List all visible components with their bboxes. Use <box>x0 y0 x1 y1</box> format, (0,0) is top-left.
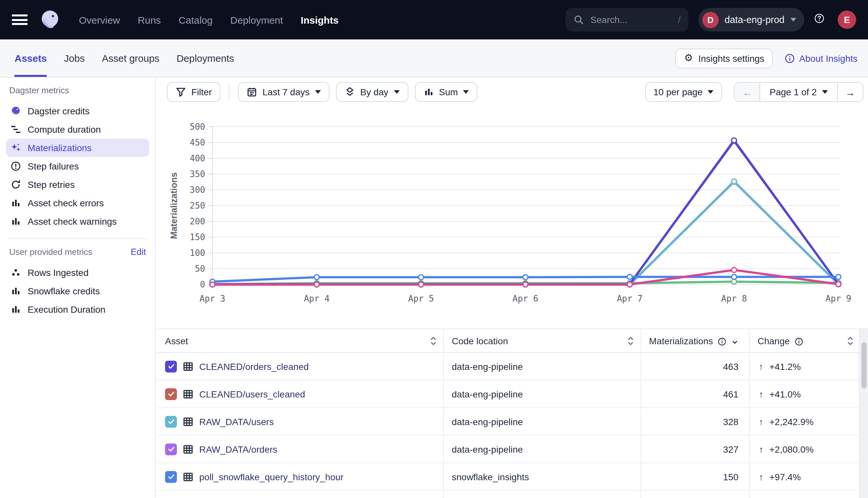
tab-deployments[interactable]: Deployments <box>177 39 234 77</box>
assets-table: AssetCode locationMaterializationsChange… <box>157 328 868 498</box>
asset-link[interactable]: CLEANED/users_cleaned <box>199 389 305 399</box>
tab-assets[interactable]: Assets <box>14 39 47 77</box>
code-location-cell: data-eng-pipeline <box>444 353 641 380</box>
nav-link-runs[interactable]: Runs <box>138 14 161 25</box>
table-header: AssetCode locationMaterializationsChange <box>157 329 868 353</box>
column-header-materializations[interactable]: Materializations <box>641 329 750 352</box>
svg-text:400: 400 <box>190 154 205 163</box>
dagster-logo[interactable] <box>38 8 62 31</box>
info-icon <box>785 53 795 63</box>
column-header-label: Change <box>757 336 790 346</box>
sidebar-item-materializations[interactable]: Materializations <box>6 139 149 157</box>
insights-settings-button[interactable]: ⚙ Insights settings <box>676 48 773 68</box>
sidebar-item-compute-duration[interactable]: Compute duration <box>6 120 149 139</box>
svg-text:50: 50 <box>195 264 205 274</box>
help-icon[interactable] <box>814 13 828 27</box>
page-indicator-button[interactable]: Page 1 of 2 <box>760 83 838 101</box>
filter-button[interactable]: Filter <box>167 82 220 102</box>
asset-link[interactable]: RAW_DATA/users <box>199 416 274 427</box>
table-body: CLEANED/orders_cleaneddata-eng-pipeline4… <box>157 353 868 498</box>
asset-link[interactable]: CLEANED/orders_cleaned <box>199 361 309 371</box>
asset-cell: poll_snowflake_query_history_hour <box>157 463 444 490</box>
date-range-label: Last 7 days <box>263 87 309 97</box>
about-insights-link[interactable]: About Insights <box>785 53 857 63</box>
search-shortcut-hint: / <box>678 14 680 25</box>
sort-icon[interactable] <box>627 336 634 345</box>
sidebar-item-asset-check-warnings[interactable]: Asset check warnings <box>6 212 149 231</box>
svg-text:450: 450 <box>190 137 205 147</box>
search-icon <box>573 14 584 25</box>
sidebar-item-asset-check-errors[interactable]: Asset check errors <box>6 194 149 212</box>
info-icon <box>718 336 727 345</box>
sidebar-item-label: Materializations <box>28 143 92 153</box>
nav-link-overview[interactable]: Overview <box>79 14 120 25</box>
sidebar-item-snowflake-credits[interactable]: Snowflake credits <box>6 282 149 300</box>
svg-text:Apr 9: Apr 9 <box>826 294 851 303</box>
asset-cell: CLEANED/orders_cleaned <box>157 353 444 380</box>
sort-icon[interactable] <box>430 336 437 345</box>
table-scrollbar-thumb[interactable] <box>861 342 866 388</box>
column-header-code-location[interactable]: Code location <box>444 329 641 352</box>
nav-link-deployment[interactable]: Deployment <box>230 14 283 25</box>
caret-down-icon <box>463 90 469 94</box>
step-failures-icon <box>11 161 21 171</box>
sidebar-item-dagster-credits[interactable]: Dagster credits <box>6 102 149 120</box>
change-value: +2,242.9% <box>769 416 814 427</box>
svg-text:150: 150 <box>190 232 205 242</box>
series-checkbox[interactable] <box>165 388 177 400</box>
sidebar-item-step-retries[interactable]: Step retries <box>6 175 149 194</box>
series-checkbox[interactable] <box>165 471 177 483</box>
insights-tab-bar: AssetsJobsAsset groupsDeployments ⚙ Insi… <box>0 39 868 78</box>
main-panel: Filter Last 7 days By day <box>156 78 868 498</box>
sidebar-item-execution-duration[interactable]: Execution Duration <box>6 300 149 319</box>
next-page-button[interactable]: → <box>838 83 863 101</box>
sidebar-item-rows-ingested[interactable]: Rows Ingested <box>6 263 149 282</box>
sidebar-item-step-failures[interactable]: Step failures <box>6 157 149 175</box>
asset-link[interactable]: poll_snowflake_query_history_hour <box>199 471 344 482</box>
column-header-change[interactable]: Change <box>750 329 868 352</box>
materializations-cell: 463 <box>641 353 750 380</box>
chevron-down-icon[interactable] <box>731 337 739 344</box>
series-checkbox[interactable] <box>165 416 177 428</box>
insights-settings-label: Insights settings <box>698 53 764 63</box>
nav-link-insights[interactable]: Insights <box>301 14 339 25</box>
global-search[interactable]: / <box>565 8 689 31</box>
change-value: +41.2% <box>769 361 801 371</box>
per-page-label: 10 per page <box>653 87 702 97</box>
materializations-cell: 328 <box>641 408 750 435</box>
change-cell: ↑+1,150.0% <box>750 491 868 498</box>
group-by-button[interactable]: By day <box>336 82 408 102</box>
svg-text:Apr 4: Apr 4 <box>304 294 330 303</box>
series-checkbox[interactable] <box>165 443 177 455</box>
deployment-switcher[interactable]: D data-eng-prod <box>698 8 804 31</box>
chevron-down-icon <box>790 18 796 22</box>
per-page-button[interactable]: 10 per page <box>645 82 722 102</box>
nav-link-catalog[interactable]: Catalog <box>179 14 213 25</box>
asset-table-icon <box>183 416 193 427</box>
series-checkbox[interactable] <box>165 361 177 372</box>
date-range-button[interactable]: Last 7 days <box>238 82 329 102</box>
user-avatar[interactable]: E <box>838 11 856 29</box>
svg-text:Apr 3: Apr 3 <box>200 294 225 303</box>
tab-jobs[interactable]: Jobs <box>64 39 85 77</box>
column-header-asset[interactable]: Asset <box>157 329 444 352</box>
change-cell: ↑+97.4% <box>750 463 868 490</box>
search-input[interactable] <box>589 14 673 26</box>
table-row: poll_snowflake_query_history_hoursnowfla… <box>157 463 868 491</box>
materializations-cell: 461 <box>641 380 750 407</box>
sidebar-edit-link[interactable]: Edit <box>130 247 146 257</box>
svg-text:350: 350 <box>190 169 205 179</box>
hamburger-menu-icon[interactable] <box>12 14 28 25</box>
prev-page-button[interactable]: ← <box>735 83 760 101</box>
asset-link[interactable]: RAW_DATA/orders <box>199 444 278 454</box>
svg-text:Apr 5: Apr 5 <box>408 294 434 303</box>
aggregation-button[interactable]: Sum <box>414 82 478 102</box>
toolbar-divider <box>229 83 230 101</box>
aggregation-label: Sum <box>439 87 458 97</box>
tab-asset-groups[interactable]: Asset groups <box>102 39 159 77</box>
sort-icon[interactable] <box>847 336 854 345</box>
svg-text:100: 100 <box>190 248 205 258</box>
filter-label: Filter <box>191 87 212 97</box>
asset-table-icon <box>183 471 193 482</box>
sidebar-item-label: Compute duration <box>28 124 101 135</box>
